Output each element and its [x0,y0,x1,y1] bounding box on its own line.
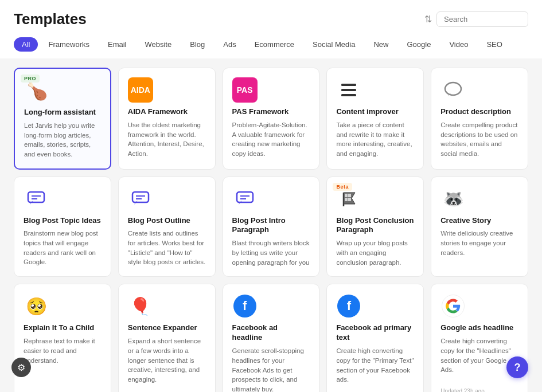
blog-conclusion-title: Blog Post Conclusion Paragraph [336,216,414,236]
pas-desc: Problem-Agitate-Solution. A valuable fra… [232,120,310,159]
blog-topic-icon [24,186,49,211]
pas-icon: PAS [232,77,258,103]
blog-outline-icon [128,186,153,211]
google-ads-title: Google ads headline [440,323,518,333]
card-sentence-expander[interactable]: 🎈Sentence ExpanderExpand a short sentenc… [118,284,216,392]
filter-tab-website[interactable]: Website [137,37,180,52]
longform-desc: Let Jarvis help you write long-form blog… [24,121,101,159]
blog-outline-desc: Create lists and outlines for articles. … [128,229,206,267]
sentence-expander-desc: Expand a short sentence or a few words i… [128,336,206,384]
aida-icon: AIDA [128,77,153,103]
svg-rect-19 [348,194,351,197]
blog-intro-icon [232,186,258,211]
svg-rect-0 [341,84,356,86]
cards-row-2: 🥺Explain It To a ChildRephrase text to m… [14,284,528,392]
page-title: Templates [14,10,87,28]
card-blog-intro[interactable]: Blog Post Intro ParagraphBlast through w… [223,177,320,277]
header-controls: ⇅ [424,11,528,27]
aida-title: AIDA Framework [128,107,206,117]
filter-tabs: AllFrameworksEmailWebsiteBlogAdsEcommerc… [0,33,542,58]
svg-point-3 [445,83,461,95]
card-product[interactable]: Product descriptionCreate compelling pro… [431,68,528,170]
svg-rect-20 [345,198,348,201]
filter-tab-ads[interactable]: Ads [215,37,244,52]
cards-row-1: Blog Post Topic IdeasBrainstorm new blog… [14,177,528,277]
fb-headline-icon: f [232,293,258,319]
card-blog-topic[interactable]: Blog Post Topic IdeasBrainstorm new blog… [14,177,111,277]
explain-child-icon: 🥺 [24,293,49,319]
card-fb-headline[interactable]: fFacebook ad headlineGenerate scroll-sto… [223,284,320,392]
product-title: Product description [440,107,518,117]
card-content[interactable]: Content improverTake a piece of content … [326,68,424,170]
filter-tab-blog[interactable]: Blog [182,37,213,52]
creative-story-title: Creative Story [440,216,518,226]
card-blog-outline[interactable]: Blog Post OutlineCreate lists and outlin… [118,177,216,277]
explain-child-title: Explain It To a Child [24,323,102,333]
fb-headline-title: Facebook ad headline [232,323,310,343]
search-input[interactable] [436,11,528,27]
fb-primary-icon: f [336,293,361,319]
blog-intro-desc: Blast through writers block by letting u… [232,238,310,267]
blog-topic-desc: Brainstorm new blog post topics that wil… [24,229,102,267]
fb-primary-desc: Create high converting copy for the "Pri… [336,346,414,385]
card-creative-story[interactable]: 🦝Creative StoryWrite deliciously creativ… [431,177,528,277]
filter-tab-google[interactable]: Google [399,37,439,52]
longform-badge: PRO [21,75,40,83]
fb-primary-title: Facebook ad primary text [336,323,414,343]
filter-tab-frameworks[interactable]: Frameworks [40,37,98,52]
card-explain-child[interactable]: 🥺Explain It To a ChildRephrase text to m… [14,284,111,392]
creative-story-icon: 🦝 [440,186,466,211]
filter-tab-email[interactable]: Email [100,37,135,52]
google-ads-update: Updated 23h ago [440,388,518,392]
blog-conclusion-desc: Wrap up your blog posts with an engaging… [336,238,414,267]
google-ads-icon [440,293,466,319]
filter-tab-social-media[interactable]: Social Media [305,37,363,52]
filter-tab-video[interactable]: Video [441,37,476,52]
filter-tab-new[interactable]: New [365,37,396,52]
card-longform[interactable]: PRO🍗Long-form assistantLet Jarvis help y… [14,68,111,170]
card-pas[interactable]: PASPAS FrameworkProblem-Agitate-Solution… [223,68,320,170]
product-icon [440,77,466,103]
product-desc: Create compelling product descriptions t… [440,120,518,159]
filter-tab-all[interactable]: All [14,37,38,52]
card-aida[interactable]: AIDAAIDA FrameworkUse the oldest marketi… [118,68,216,170]
blog-topic-title: Blog Post Topic Ideas [24,216,102,226]
card-blog-conclusion[interactable]: Beta Blog Post Conclusion ParagraphWrap … [326,177,424,277]
svg-rect-2 [341,94,356,96]
creative-story-desc: Write deliciously creative stories to en… [440,229,518,257]
svg-rect-21 [348,198,351,201]
svg-rect-13 [237,192,253,202]
content-desc: Take a piece of content and rewrite it t… [336,120,414,159]
settings-icon[interactable]: ⚙ [11,358,31,377]
sentence-expander-icon: 🎈 [128,293,153,319]
main-content: PRO🍗Long-form assistantLet Jarvis help y… [0,58,542,392]
blog-conclusion-badge: Beta [333,183,352,191]
blog-outline-title: Blog Post Outline [128,216,206,226]
sentence-expander-title: Sentence Expander [128,323,206,333]
fb-headline-desc: Generate scroll-stopping headlines for y… [232,346,310,392]
pas-title: PAS Framework [232,107,310,117]
blog-intro-title: Blog Post Intro Paragraph [232,216,310,236]
svg-rect-18 [345,194,348,197]
svg-rect-5 [28,192,44,202]
card-fb-primary[interactable]: fFacebook ad primary textCreate high con… [326,284,424,392]
filter-tab-seo[interactable]: SEO [478,37,510,52]
longform-title: Long-form assistant [24,108,101,117]
page-header: Templates ⇅ [0,0,542,33]
content-title: Content improver [336,107,414,117]
content-icon [336,77,361,103]
aida-desc: Use the oldest marketing framework in th… [128,120,206,159]
help-button[interactable]: ? [506,356,528,378]
explain-child-desc: Rephrase text to make it easier to read … [24,336,102,365]
filter-tab-ecommerce[interactable]: Ecommerce [247,37,302,52]
svg-rect-9 [132,192,149,202]
cards-row-0: PRO🍗Long-form assistantLet Jarvis help y… [14,68,528,170]
svg-rect-1 [341,89,356,91]
sort-icon[interactable]: ⇅ [424,14,432,25]
